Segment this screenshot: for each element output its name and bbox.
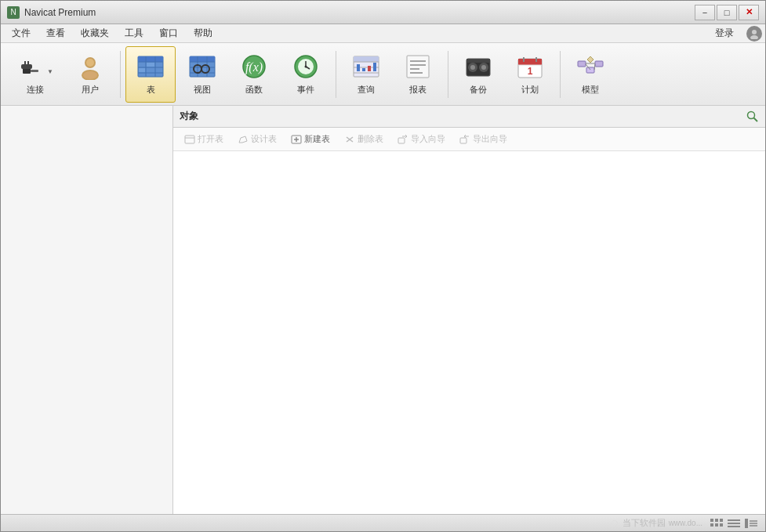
maximize-button[interactable]: □	[717, 5, 737, 20]
svg-rect-92	[715, 523, 718, 527]
svg-rect-73	[185, 136, 194, 143]
menu-help[interactable]: 帮助	[186, 24, 220, 42]
svg-point-37	[305, 66, 307, 68]
function-icon: f(x)	[240, 52, 268, 81]
svg-rect-57	[466, 59, 490, 63]
toolbar-backup[interactable]: 备份	[453, 46, 503, 103]
app-icon: N	[7, 6, 20, 19]
toolbar-schedule-label: 计划	[521, 84, 539, 96]
svg-text:f(x): f(x)	[245, 60, 263, 74]
schedule-icon: 1	[516, 52, 544, 81]
menu-view[interactable]: 查看	[38, 24, 73, 42]
toolbar-separator-3	[448, 51, 448, 98]
status-bar: ○ 当下软件园 www.do...	[1, 514, 765, 531]
new-table-icon	[291, 135, 302, 144]
export-wizard-button[interactable]: 导出向导	[453, 132, 514, 147]
toolbar-query[interactable]: 查询	[341, 46, 391, 103]
toolbar-user-label: 用户	[82, 84, 99, 96]
detail-view-button[interactable]	[743, 517, 759, 530]
search-icon[interactable]	[746, 110, 759, 123]
connection-sidebar	[1, 106, 173, 514]
toolbar-view[interactable]: 视图	[177, 46, 227, 103]
svg-rect-44	[362, 68, 365, 71]
svg-rect-19	[147, 63, 154, 67]
delete-table-label: 删除表	[358, 133, 383, 145]
delete-table-button[interactable]: 删除表	[338, 132, 390, 147]
toolbar: ▼ 连接 用户	[1, 43, 765, 106]
login-button[interactable]: 登录	[709, 25, 740, 42]
svg-rect-65	[595, 61, 603, 67]
close-button[interactable]: ✕	[739, 5, 759, 20]
open-table-button[interactable]: 打开表	[178, 132, 230, 147]
toolbar-separator-2	[336, 51, 336, 98]
import-wizard-button[interactable]: 导入向导	[391, 132, 452, 147]
export-wizard-icon	[459, 135, 470, 144]
menu-tools[interactable]: 工具	[117, 24, 151, 42]
toolbar-report[interactable]: 报表	[393, 46, 443, 103]
toolbar-view-label: 视图	[194, 84, 211, 96]
user-avatar	[746, 26, 762, 42]
status-right: ○ 当下软件园 www.do...	[611, 515, 759, 531]
svg-rect-7	[21, 64, 32, 69]
toolbar-event-label: 事件	[297, 84, 314, 96]
watermark-url: www.do...	[669, 519, 702, 527]
svg-rect-22	[190, 56, 215, 62]
svg-line-72	[754, 118, 758, 121]
action-bar: 打开表 设计表	[173, 128, 765, 151]
svg-rect-47	[407, 56, 429, 78]
grid-view-button[interactable]	[709, 517, 724, 530]
import-wizard-icon	[398, 135, 408, 144]
query-icon	[352, 52, 380, 81]
list-view-button[interactable]	[726, 517, 742, 530]
design-table-label: 设计表	[251, 133, 277, 145]
view-icon	[188, 52, 216, 81]
svg-point-71	[748, 111, 755, 118]
toolbar-connect-label: 连接	[27, 84, 44, 96]
minimize-button[interactable]: −	[695, 5, 715, 20]
toolbar-function[interactable]: f(x) 函数	[229, 46, 279, 103]
toolbar-schedule[interactable]: 1 计划	[505, 46, 555, 103]
svg-rect-89	[715, 519, 718, 522]
title-bar-buttons: − □ ✕	[695, 5, 759, 20]
window-title: Navicat Premium	[24, 7, 695, 18]
title-bar: N Navicat Premium − □ ✕	[1, 1, 765, 24]
menu-favorites[interactable]: 收藏夹	[73, 24, 117, 42]
export-wizard-label: 导出向导	[473, 133, 507, 145]
svg-rect-93	[720, 523, 723, 527]
svg-point-10	[86, 59, 94, 67]
watermark: ○ 当下软件园 www.do...	[611, 515, 702, 531]
svg-rect-88	[710, 519, 713, 522]
svg-rect-45	[368, 66, 371, 71]
svg-rect-20	[139, 68, 145, 72]
menu-right: 登录	[709, 25, 762, 42]
watermark-circle: ○	[611, 515, 619, 531]
toolbar-user[interactable]: 用户	[65, 46, 115, 103]
menu-bar: 文件 查看 收藏夹 工具 窗口 帮助 登录	[1, 24, 765, 43]
model-icon	[576, 52, 604, 81]
svg-rect-66	[586, 67, 594, 73]
toolbar-event[interactable]: 事件	[281, 46, 331, 103]
svg-rect-80	[398, 138, 405, 143]
svg-rect-64	[578, 61, 586, 67]
svg-point-0	[752, 30, 757, 34]
svg-point-1	[750, 35, 758, 39]
svg-rect-97	[745, 519, 748, 528]
open-table-icon	[184, 135, 195, 144]
event-icon	[292, 52, 320, 81]
toolbar-connect[interactable]: ▼ 连接	[7, 46, 64, 103]
menu-file[interactable]: 文件	[4, 24, 38, 42]
svg-rect-13	[138, 56, 163, 62]
design-table-button[interactable]: 设计表	[231, 132, 283, 147]
toolbar-separator-4	[560, 51, 561, 98]
new-table-button[interactable]: 新建表	[285, 132, 336, 147]
svg-rect-39	[354, 56, 379, 62]
design-table-icon	[238, 135, 249, 144]
toolbar-model[interactable]: 模型	[565, 46, 615, 103]
menu-window[interactable]: 窗口	[151, 24, 186, 42]
toolbar-table[interactable]: 表	[125, 46, 176, 103]
content-body	[173, 151, 765, 514]
connect-dropdown-arrow[interactable]: ▼	[47, 68, 53, 75]
svg-text:1: 1	[528, 66, 533, 77]
svg-point-54	[470, 65, 475, 70]
connect-icon	[17, 52, 45, 81]
